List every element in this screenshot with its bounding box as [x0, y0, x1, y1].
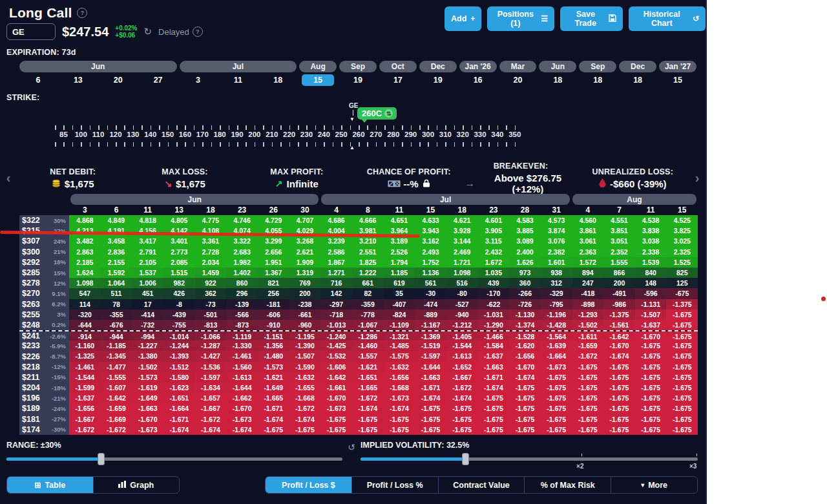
pl-cell[interactable]: 3.299 — [258, 236, 289, 246]
pl-cell[interactable]: -1.461 — [226, 351, 258, 361]
range-slider[interactable] — [6, 457, 342, 461]
pl-cell[interactable]: -986 — [603, 299, 635, 310]
strategy-info-icon[interactable]: ? — [77, 8, 87, 18]
pl-cell[interactable]: -1.519 — [415, 341, 446, 351]
pl-cell[interactable]: 3.861 — [572, 226, 604, 236]
pl-cell[interactable]: -1.661 — [320, 383, 352, 393]
pl-cell[interactable]: 2.325 — [666, 247, 698, 257]
pl-cell[interactable]: -1.675 — [603, 362, 635, 372]
tab-percent-max-risk[interactable]: % of Max Risk — [524, 477, 611, 493]
pl-cell[interactable]: 3.401 — [163, 236, 195, 246]
pl-cell[interactable]: -1.675 — [635, 414, 667, 425]
pl-cell[interactable]: -1.290 — [478, 320, 510, 330]
pl-cell[interactable]: -1.642 — [320, 372, 352, 383]
pl-cell[interactable]: 4.573 — [541, 215, 572, 226]
pl-cell[interactable]: 3.943 — [415, 226, 446, 236]
pl-cell[interactable]: -1.675 — [289, 425, 321, 435]
pl-cell[interactable]: -1.621 — [352, 362, 384, 372]
pl-cell[interactable]: -1.675 — [509, 425, 541, 435]
pl-cell[interactable]: 982 — [163, 278, 195, 288]
pl-cell[interactable]: -1.620 — [509, 341, 541, 351]
pl-cell[interactable]: 3.905 — [478, 226, 510, 236]
pl-cell[interactable]: -1.670 — [320, 393, 352, 403]
pl-cell[interactable]: -1.665 — [258, 393, 289, 403]
pl-cell[interactable]: 3.038 — [635, 236, 667, 246]
pl-cell[interactable]: -1.675 — [541, 403, 572, 414]
pl-cell[interactable]: -1.167 — [415, 320, 446, 330]
pl-cell[interactable]: -1.375 — [666, 299, 698, 310]
pl-cell[interactable]: -1.196 — [541, 310, 572, 320]
pl-cell[interactable]: 3.051 — [603, 236, 635, 246]
expiration-month-pill[interactable]: Jan '26 — [459, 61, 497, 72]
iv-slider[interactable]: ×2 ×3 — [361, 457, 698, 461]
expiration-month-pill[interactable]: Jul — [180, 61, 297, 72]
pl-cell[interactable]: 1.539 — [635, 257, 667, 268]
pl-cell[interactable]: -606 — [258, 310, 289, 320]
pl-cell[interactable]: -1.667 — [446, 372, 478, 383]
pl-cell[interactable]: -1.672 — [572, 351, 604, 361]
pl-cell[interactable]: -1.674 — [384, 403, 415, 414]
expiration-date[interactable]: 11 — [218, 74, 258, 86]
pl-cell[interactable]: -1.675 — [320, 425, 352, 435]
pl-cell[interactable]: -1.674 — [478, 383, 510, 393]
pl-cell[interactable]: 1.136 — [415, 268, 446, 278]
pl-cell[interactable]: 4.633 — [415, 215, 446, 226]
pl-cell[interactable]: 516 — [446, 278, 478, 288]
pl-cell[interactable]: 3.964 — [384, 226, 415, 236]
pl-cell[interactable]: -1.330 — [226, 341, 258, 351]
pl-cell[interactable]: 866 — [603, 268, 635, 278]
pl-cell[interactable]: -1.674 — [446, 393, 478, 403]
pl-cell[interactable]: 3.189 — [384, 236, 415, 246]
pl-cell[interactable]: -1.675 — [666, 403, 698, 414]
pl-cell[interactable]: -1.639 — [541, 341, 572, 351]
pl-cell[interactable]: -778 — [352, 310, 384, 320]
pl-cell[interactable]: 2.836 — [101, 247, 132, 257]
pl-cell[interactable]: 2.469 — [446, 247, 478, 257]
pl-cell[interactable]: 3.239 — [320, 236, 352, 246]
pl-cell[interactable]: 4.191 — [101, 226, 132, 236]
pl-cell[interactable]: -1.675 — [635, 425, 667, 435]
pl-cell[interactable]: 426 — [163, 288, 195, 299]
pl-cell[interactable]: 2.728 — [195, 247, 227, 257]
pl-cell[interactable]: 3.144 — [446, 236, 478, 246]
pl-cell[interactable]: -1.014 — [163, 331, 195, 341]
expiration-month-pill[interactable]: Jun — [19, 61, 177, 72]
pl-cell[interactable]: 3.851 — [603, 226, 635, 236]
tab-table[interactable]: ⊞ Table — [7, 477, 93, 493]
pl-cell[interactable]: -1.675 — [603, 383, 635, 393]
pl-cell[interactable]: -1.642 — [101, 393, 132, 403]
pl-cell[interactable]: 3.210 — [352, 236, 384, 246]
pl-cell[interactable]: -596 — [635, 288, 667, 299]
pl-cell[interactable]: -644 — [69, 320, 101, 330]
pl-cell[interactable]: -1.573 — [258, 362, 289, 372]
pl-cell[interactable]: -407 — [384, 299, 415, 310]
pl-cell[interactable]: 4.156 — [132, 226, 163, 236]
pl-cell[interactable]: -320 — [69, 310, 101, 320]
pl-cell[interactable]: 4.666 — [352, 215, 384, 226]
pl-cell[interactable]: 1.098 — [69, 278, 101, 288]
pl-cell[interactable]: -329 — [541, 288, 572, 299]
pl-cell[interactable]: -1.674 — [226, 425, 258, 435]
pl-cell[interactable]: -1.613 — [226, 372, 258, 383]
expiration-month-pill[interactable]: Sep — [579, 61, 616, 72]
pl-cell[interactable]: 3.885 — [509, 226, 541, 236]
pl-cell[interactable]: 2.586 — [320, 247, 352, 257]
pl-cell[interactable]: 1.222 — [352, 268, 384, 278]
pl-cell[interactable]: -1.621 — [258, 372, 289, 383]
pl-cell[interactable]: 148 — [635, 278, 667, 288]
pl-cell[interactable]: 2.185 — [69, 257, 101, 268]
strike-badge[interactable]: 260C ⇅ — [357, 107, 397, 120]
pl-cell[interactable]: -1.013 — [320, 320, 352, 330]
pl-cell[interactable]: -1.642 — [603, 331, 635, 341]
pl-cell[interactable]: 2.551 — [352, 247, 384, 257]
pl-cell[interactable]: 922 — [195, 278, 227, 288]
pl-cell[interactable]: -1.425 — [320, 341, 352, 351]
pl-cell[interactable]: -1.644 — [226, 383, 258, 393]
pl-cell[interactable]: -889 — [415, 310, 446, 320]
pl-cell[interactable]: -1.356 — [258, 341, 289, 351]
pl-cell[interactable]: 2.034 — [195, 257, 227, 268]
expiration-date[interactable]: 15 — [658, 74, 698, 86]
pl-cell[interactable]: 821 — [258, 278, 289, 288]
pl-cell[interactable]: -1.480 — [258, 351, 289, 361]
pl-cell[interactable]: 1.592 — [101, 268, 132, 278]
